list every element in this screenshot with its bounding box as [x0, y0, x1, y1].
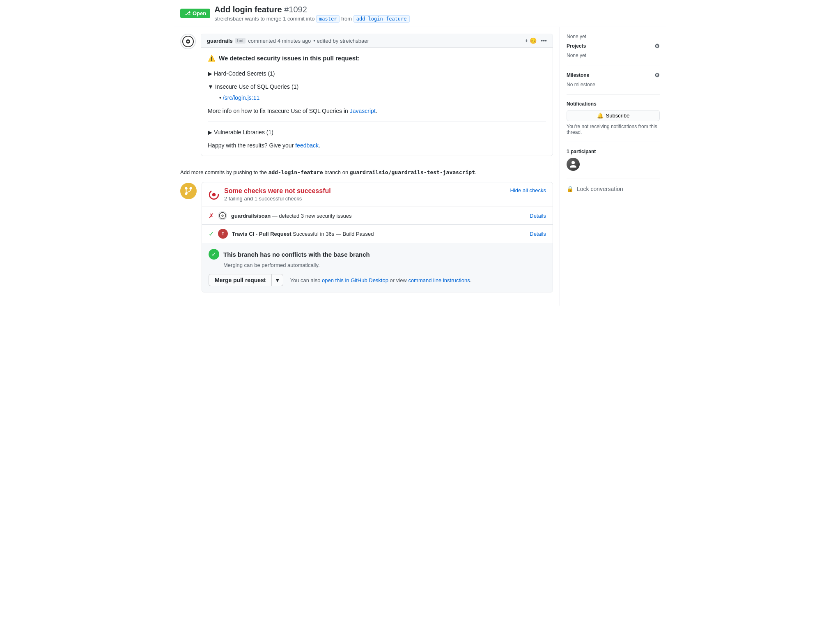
checks-status-sub: 2 failing and 1 successful checks [224, 196, 331, 202]
lock-conversation-btn[interactable]: 🔒 Lock conversation [567, 186, 660, 192]
section2-arrow[interactable]: ▼ [208, 83, 213, 90]
check-info-travis: Travis CI - Pull Request Successful in 3… [232, 230, 526, 237]
comment-author[interactable]: guardrails [207, 38, 233, 44]
checks-container: Some checks were not successful 2 failin… [202, 182, 553, 292]
svg-point-8 [212, 193, 216, 197]
target-branch[interactable]: master [316, 15, 340, 23]
github-desktop-link[interactable]: open this in GitHub Desktop [322, 277, 388, 283]
merge-pull-request-button[interactable]: Merge pull request [209, 274, 272, 286]
cli-link[interactable]: command line instructions [408, 277, 470, 283]
svg-point-4 [190, 187, 192, 190]
participant-avatar[interactable] [567, 158, 580, 171]
guardrails-details-link[interactable]: Details [530, 213, 546, 219]
comment-wrapper: guardrails bot commented 4 minutes ago •… [180, 34, 553, 163]
main-content: guardrails bot commented 4 minutes ago •… [174, 27, 666, 306]
pr-number: #1092 [284, 5, 307, 14]
subscribe-label: Subscribe [606, 113, 630, 119]
participant-icon [568, 159, 578, 169]
comment-edited: • edited by streichsbaer [313, 38, 369, 44]
sidebar-milestone: Milestone ⚙ No milestone [567, 72, 660, 94]
svg-point-3 [185, 187, 188, 190]
sidebar-lock: 🔒 Lock conversation [567, 186, 660, 199]
check-row-travis: ✓ T Travis CI - Pull Request Successful … [202, 225, 553, 243]
projects-gear-icon[interactable]: ⚙ [654, 43, 660, 49]
checks-section-wrapper: Some checks were not successful 2 failin… [180, 182, 553, 292]
guardrails-check-avatar [218, 211, 227, 220]
check-fail-icon: ✗ [209, 212, 214, 220]
sidebar-participants: 1 participant [567, 149, 660, 179]
avatar-wrapper [180, 34, 196, 163]
comment-menu-btn[interactable]: ••• [541, 37, 547, 44]
check-pass-icon: ✓ [209, 230, 214, 238]
svg-point-2 [187, 41, 189, 42]
feedback-text: Happy with the results? Give your feedba… [208, 141, 546, 150]
pr-subtitle: streichsbaer wants to merge 1 commit int… [214, 16, 409, 22]
section2-label: Insecure Use of SQL Queries (1) [215, 83, 298, 90]
merge-success-text: This branch has no conflicts with the ba… [223, 251, 370, 258]
open-badge: ⎇ Open [180, 9, 210, 18]
section-sql: ▼ Insecure Use of SQL Queries (1) • /src… [208, 82, 546, 102]
checks-header: Some checks were not successful 2 failin… [202, 182, 553, 207]
right-panel: None yet Projects ⚙ None yet Milestone ⚙… [560, 27, 666, 306]
travis-details-link[interactable]: Details [530, 231, 546, 237]
guardrails-small-icon [219, 212, 226, 219]
section2-link[interactable]: /src/login.js:11 [223, 94, 259, 101]
more-info: More info on how to fix Insecure Use of … [208, 106, 546, 115]
lock-icon: 🔒 [567, 186, 574, 192]
check-name-travis: Travis CI - Pull Request Successful in 3… [232, 231, 374, 237]
merge-success-icon: ✓ [209, 249, 219, 260]
warning-text: We detected security issues in this pull… [219, 53, 360, 63]
javascript-link[interactable]: Javascript [350, 108, 376, 114]
pr-title: Add login feature #1092 [214, 5, 409, 14]
checks-title-area: Some checks were not successful 2 failin… [224, 187, 331, 202]
commit-repo: guardrailsio/guardrails-test-javascript [350, 169, 475, 175]
participant-avatar-inner [567, 158, 580, 171]
section1-label: Hard-Coded Secrets (1) [214, 70, 275, 77]
merge-sub: Merging can be performed automatically. [223, 262, 546, 268]
projects-value: None yet [567, 53, 660, 58]
branch-icon-box [180, 183, 197, 199]
lock-label: Lock conversation [577, 186, 623, 192]
commit-message: Add more commits by pushing to the add-l… [180, 169, 553, 175]
source-branch[interactable]: add-login-feature [353, 15, 410, 23]
comment-time: commented 4 minutes ago [248, 38, 311, 44]
sidebar-projects-title: Projects ⚙ [567, 43, 660, 49]
warning-icon: ⚠️ [208, 53, 216, 63]
avatar [180, 34, 196, 49]
warning-line: ⚠️ We detected security issues in this p… [208, 53, 546, 63]
merge-dropdown-button[interactable]: ▾ [272, 274, 283, 286]
sidebar-milestone-title: Milestone ⚙ [567, 72, 660, 78]
none-yet-top: None yet [567, 34, 660, 39]
left-panel: guardrails bot commented 4 minutes ago •… [174, 27, 560, 306]
comment-header-left: guardrails bot commented 4 minutes ago •… [207, 38, 369, 44]
sidebar-notifications: Notifications 🔔 Subscribe You're not rec… [567, 101, 660, 142]
check-row-guardrails: ✗ guardrails/scan — [202, 207, 553, 225]
section3-arrow[interactable]: ▶ [208, 129, 212, 136]
milestone-value: No milestone [567, 82, 660, 87]
pr-header: ⎇ Open Add login feature #1092 streichsb… [174, 0, 666, 27]
add-reaction-btn[interactable]: + 😊 [525, 37, 537, 44]
merge-btn-group: Merge pull request ▾ [209, 274, 283, 286]
commit-branch: add-login-feature [269, 169, 323, 175]
guardrails-avatar-icon [182, 36, 194, 47]
hide-checks-link[interactable]: Hide all checks [510, 187, 546, 193]
pr-title-area: Add login feature #1092 streichsbaer wan… [214, 5, 409, 22]
branch-merge-icon [184, 186, 193, 196]
divider [208, 122, 546, 122]
subscribe-button[interactable]: 🔔 Subscribe [567, 110, 660, 121]
section3-label: Vulnerable Libraries (1) [214, 129, 273, 136]
check-name-guardrails: guardrails/scan — detected 3 new securit… [231, 213, 351, 219]
comment-body: ⚠️ We detected security issues in this p… [201, 48, 553, 156]
merge-actions: Merge pull request ▾ You can also open t… [209, 274, 546, 286]
comment-box: guardrails bot commented 4 minutes ago •… [201, 34, 553, 156]
milestone-gear-icon[interactable]: ⚙ [654, 72, 660, 78]
checks-header-left: Some checks were not successful 2 failin… [209, 187, 331, 202]
svg-point-12 [571, 161, 575, 164]
bot-badge: bot [235, 38, 246, 44]
feedback-link[interactable]: feedback [295, 142, 319, 149]
open-label: Open [193, 10, 206, 16]
sidebar-projects: Projects ⚙ None yet [567, 43, 660, 65]
section-vulnerable: ▶ Vulnerable Libraries (1) [208, 128, 546, 137]
section1-arrow[interactable]: ▶ [208, 70, 212, 77]
comment-header: guardrails bot commented 4 minutes ago •… [201, 34, 553, 48]
